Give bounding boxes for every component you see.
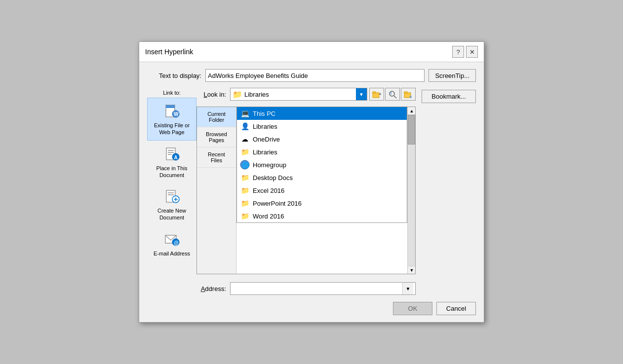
svg-text:A: A xyxy=(174,154,178,160)
svg-marker-20 xyxy=(379,93,381,95)
svg-rect-5 xyxy=(168,150,174,151)
excel-2016-label: Excel 2016 xyxy=(253,187,284,194)
svg-rect-25 xyxy=(404,92,407,93)
nav-item-email-address[interactable]: @ E-mail Address xyxy=(147,226,196,261)
svg-rect-19 xyxy=(373,92,376,93)
svg-rect-6 xyxy=(168,152,174,153)
insert-hyperlink-dialog: Insert Hyperlink ? ✕ Text to display: Sc… xyxy=(139,41,484,323)
onedrive-label: OneDrive xyxy=(253,136,280,143)
powerpoint-2016-label: PowerPoint 2016 xyxy=(253,200,302,207)
svg-text:W: W xyxy=(174,111,179,117)
homegroup-icon: 🌐 xyxy=(240,160,250,170)
lookin-label: Look in: xyxy=(196,91,226,98)
svg-rect-23 xyxy=(390,92,391,95)
address-input-container[interactable]: ▼ xyxy=(230,282,416,295)
nav-item-place-in-doc[interactable]: A Place in This Document xyxy=(147,141,196,183)
text-to-display-label: Text to display: xyxy=(147,72,201,79)
word-icon: 📁 xyxy=(240,211,250,221)
link-to-nav: Link to: W Existing File or Web Page xyxy=(147,88,196,295)
address-dropdown-button[interactable]: ▼ xyxy=(402,283,413,294)
dropdown-item-word-2016[interactable]: 📁 Word 2016 xyxy=(237,210,407,222)
text-to-display-input[interactable] xyxy=(205,69,425,82)
content-area: Look in: 📁 Libraries ▼ xyxy=(196,88,416,295)
dropdown-list: 💻 This PC 👤 Libraries ☁ OneDrive xyxy=(236,107,407,223)
dialog-title: Insert Hyperlink xyxy=(145,48,193,56)
dropdown-item-onedrive[interactable]: ☁ OneDrive xyxy=(237,133,407,146)
scrollbar-thumb xyxy=(408,115,415,145)
nav-item-existing-file[interactable]: W Existing File or Web Page xyxy=(147,98,196,141)
sidebar-current-folder[interactable]: CurrentFolder xyxy=(197,107,236,127)
cancel-button[interactable]: Cancel xyxy=(436,302,476,315)
toolbar-search-button[interactable] xyxy=(385,88,400,101)
this-pc-icon: 💻 xyxy=(240,109,250,118)
dropdown-item-desktop-docs[interactable]: 📁 Desktop Docs xyxy=(237,171,407,184)
toolbar-folder-up-button[interactable] xyxy=(369,88,384,101)
svg-rect-12 xyxy=(168,194,174,195)
scrollbar-track xyxy=(408,115,415,266)
address-row: Address: ▼ xyxy=(196,282,416,295)
libraries-user-label: Libraries xyxy=(253,123,277,130)
this-pc-label: This PC xyxy=(253,110,275,117)
svg-point-21 xyxy=(389,91,394,96)
nav-item-create-new-label: Create New Document xyxy=(150,207,194,221)
svg-line-22 xyxy=(394,96,396,98)
bottom-row: OK Cancel xyxy=(147,302,476,315)
nav-item-email-address-label: E-mail Address xyxy=(154,250,190,257)
svg-text:+: + xyxy=(174,195,178,203)
dropdown-item-libraries[interactable]: 📁 Libraries xyxy=(237,146,407,158)
screentip-button[interactable]: ScreenTip... xyxy=(428,69,476,82)
text-to-display-row: Text to display: ScreenTip... xyxy=(147,69,476,82)
file-list-container: 💻 This PC 👤 Libraries ☁ OneDrive xyxy=(236,107,415,274)
sidebar-browsed-pages[interactable]: BrowsedPages xyxy=(197,127,236,147)
place-in-doc-icon: A xyxy=(163,145,181,163)
nav-item-existing-file-label: Existing File or Web Page xyxy=(150,122,194,136)
create-new-icon: + xyxy=(163,187,181,205)
ok-button[interactable]: OK xyxy=(393,302,432,315)
scroll-down-button[interactable]: ▼ xyxy=(408,266,415,274)
lookin-select[interactable]: 📁 Libraries ▼ xyxy=(230,88,367,101)
close-button[interactable]: ✕ xyxy=(466,46,478,58)
lookin-current-value: Libraries xyxy=(244,91,269,98)
scroll-up-button[interactable]: ▲ xyxy=(408,107,415,115)
nav-item-place-in-doc-label: Place in This Document xyxy=(150,165,194,179)
svg-rect-1 xyxy=(166,105,175,108)
dropdown-item-this-pc[interactable]: 💻 This PC xyxy=(237,107,407,120)
scrollbar-area: ▲ ▼ xyxy=(407,107,415,274)
lookin-select-inner: 📁 Libraries xyxy=(231,90,356,99)
nav-item-create-new[interactable]: + Create New Document xyxy=(147,183,196,226)
lookin-folder-icon: 📁 xyxy=(233,90,242,99)
lookin-dropdown-button[interactable]: ▼ xyxy=(356,88,367,100)
lookin-row: Look in: 📁 Libraries ▼ xyxy=(196,88,416,101)
dropdown-item-libraries-user[interactable]: 👤 Libraries xyxy=(237,120,407,133)
toolbar-buttons: + xyxy=(369,88,416,101)
powerpoint-icon: 📁 xyxy=(240,198,250,208)
svg-rect-11 xyxy=(168,192,174,193)
onedrive-icon: ☁ xyxy=(240,134,250,144)
desktop-docs-icon: 📁 xyxy=(240,173,250,182)
svg-text:🌐: 🌐 xyxy=(242,161,249,169)
dropdown-item-powerpoint-2016[interactable]: 📁 PowerPoint 2016 xyxy=(237,197,407,210)
libraries-label: Libraries xyxy=(253,148,277,156)
svg-text:@: @ xyxy=(174,240,179,245)
bookmark-button[interactable]: Bookmark... xyxy=(422,90,476,103)
main-section: Link to: W Existing File or Web Page xyxy=(147,88,476,295)
sidebar-recent-files[interactable]: RecentFiles xyxy=(197,147,236,168)
dropdown-item-excel-2016[interactable]: 📁 Excel 2016 xyxy=(237,184,407,197)
dropdown-item-homegroup[interactable]: 🌐 Homegroup xyxy=(237,158,407,171)
help-button[interactable]: ? xyxy=(452,46,464,58)
title-bar-controls: ? ✕ xyxy=(452,46,478,58)
email-address-icon: @ xyxy=(163,230,181,248)
link-to-label: Link to: xyxy=(147,90,196,96)
libraries-icon: 📁 xyxy=(240,147,250,157)
homegroup-label: Homegroup xyxy=(253,161,286,169)
desktop-docs-label: Desktop Docs xyxy=(253,174,293,182)
sidebar-navigation: CurrentFolder BrowsedPages RecentFiles xyxy=(197,107,236,274)
svg-rect-7 xyxy=(168,154,172,155)
toolbar-folder-new-button[interactable]: + xyxy=(401,88,416,101)
excel-icon: 📁 xyxy=(240,185,250,195)
title-bar: Insert Hyperlink ? ✕ xyxy=(139,42,484,62)
word-2016-label: Word 2016 xyxy=(253,213,284,220)
address-label: Address: xyxy=(196,285,226,292)
user-icon: 👤 xyxy=(240,121,250,131)
svg-text:+: + xyxy=(409,94,412,99)
